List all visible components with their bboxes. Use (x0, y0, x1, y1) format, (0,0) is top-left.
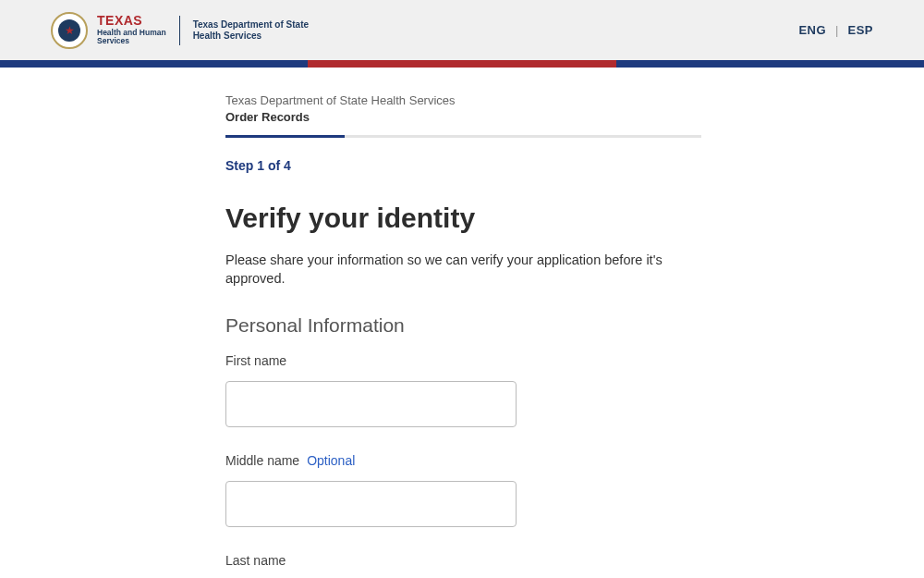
optional-tag: Optional (307, 453, 355, 468)
logo-text-hhs: TEXAS Health and Human Services (97, 14, 166, 45)
progress-step-active (225, 135, 345, 138)
breadcrumb-page: Order Records (225, 110, 701, 124)
first-name-label: First name (225, 353, 701, 368)
state-seal-icon: ★ (51, 12, 88, 49)
middle-name-label: Middle name Optional (225, 453, 701, 468)
first-name-input[interactable] (225, 381, 517, 427)
section-title: Personal Information (225, 314, 701, 337)
page-title: Verify your identity (225, 203, 701, 234)
logo-text-dshs: Texas Department of State Health Service… (193, 19, 309, 42)
step-label: Step 1 of 4 (225, 158, 701, 173)
last-name-label: Last name (225, 553, 701, 568)
header: ★ TEXAS Health and Human Services Texas … (0, 0, 924, 60)
page-description: Please share your information so we can … (225, 251, 701, 289)
decorative-stripe (0, 60, 924, 68)
middle-name-input[interactable] (225, 481, 517, 527)
first-name-field-group: First name (225, 353, 701, 427)
logo-texas-text: TEXAS (97, 14, 166, 28)
progress-bar (225, 135, 701, 138)
lang-spanish-button[interactable]: ESP (847, 23, 873, 37)
logo-divider (179, 16, 180, 45)
progress-step-inactive (345, 135, 701, 138)
lang-english-button[interactable]: ENG (798, 23, 826, 37)
language-toggle: ENG | ESP (798, 23, 873, 37)
breadcrumb-department: Texas Department of State Health Service… (225, 93, 701, 107)
logo-dshs-line1: Texas Department of State (193, 19, 309, 31)
logo-section: ★ TEXAS Health and Human Services Texas … (51, 12, 309, 49)
lang-separator: | (835, 23, 838, 37)
middle-name-field-group: Middle name Optional (225, 453, 701, 527)
main-content: Texas Department of State Health Service… (225, 68, 701, 578)
logo-hhs-line2: Services (97, 37, 166, 45)
logo-dshs-line2: Health Services (193, 31, 309, 42)
last-name-field-group: Last name (225, 553, 701, 578)
